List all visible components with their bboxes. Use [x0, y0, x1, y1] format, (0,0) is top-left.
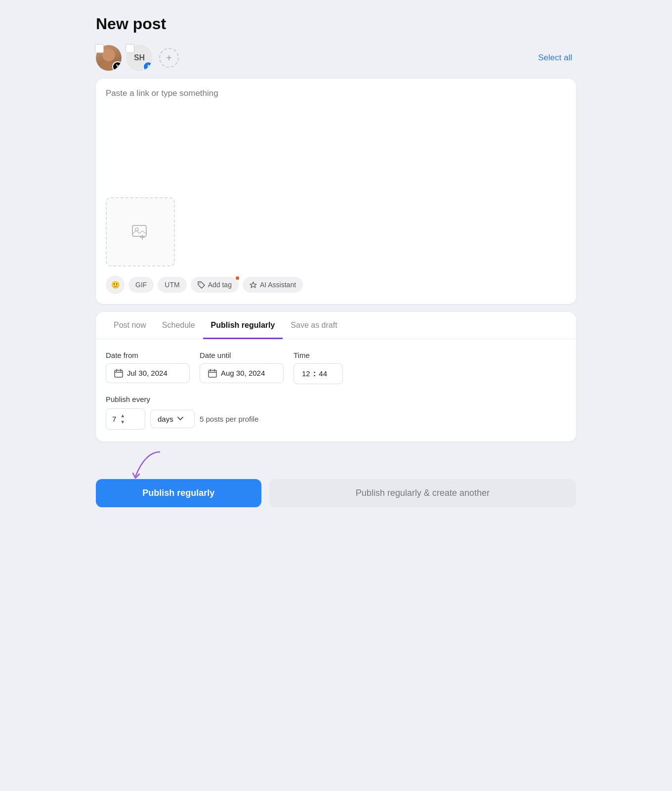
account-item-facebook[interactable]: SH f	[126, 45, 152, 71]
stepper-buttons: ▲ ▼	[120, 413, 125, 425]
tag-icon	[198, 281, 205, 289]
image-upload-icon	[131, 223, 149, 241]
svg-point-1	[102, 48, 115, 61]
publish-regularly-body: Date from Jul 30, 2024 Date until	[96, 339, 576, 441]
publish-tabs-row: Post now Schedule Publish regularly Save…	[96, 312, 576, 339]
account-checkbox-facebook[interactable]	[126, 44, 134, 53]
svg-point-6	[199, 283, 200, 284]
publish-options-card: Post now Schedule Publish regularly Save…	[96, 312, 576, 441]
media-upload-placeholder[interactable]	[106, 197, 175, 266]
tab-schedule[interactable]: Schedule	[154, 312, 203, 339]
add-account-button[interactable]: +	[159, 48, 179, 68]
content-textarea[interactable]	[106, 88, 566, 187]
time-minutes: 44	[319, 369, 327, 378]
date-from-label: Date from	[106, 351, 190, 359]
account-item-twitter[interactable]: 𝕏	[96, 45, 122, 71]
stepper-down-button[interactable]: ▼	[120, 419, 125, 425]
arrow-annotation-wrapper	[96, 449, 576, 479]
calendar-from-icon	[114, 369, 123, 378]
stepper-up-button[interactable]: ▲	[120, 413, 125, 419]
svg-rect-11	[209, 370, 216, 377]
facebook-badge: f	[143, 61, 152, 71]
chevron-down-icon	[177, 417, 183, 421]
editor-card: 🙂 GIF UTM Add tag	[96, 79, 576, 304]
page-title: New post	[96, 15, 576, 33]
time-field: Time 12 : 44	[294, 351, 343, 384]
ai-icon	[250, 281, 257, 289]
publish-every-section: Publish every 7 ▲ ▼ days	[106, 395, 566, 430]
editor-toolbar: 🙂 GIF UTM Add tag	[106, 275, 566, 294]
date-until-input[interactable]: Aug 30, 2024	[200, 363, 284, 383]
date-from-input[interactable]: Jul 30, 2024	[106, 363, 190, 383]
utm-label: UTM	[165, 281, 179, 289]
date-until-label: Date until	[200, 351, 284, 359]
emoji-button[interactable]: 🙂	[106, 275, 125, 294]
add-tag-wrapper: Add tag	[191, 277, 239, 293]
calendar-until-icon	[208, 369, 217, 378]
tab-post-now[interactable]: Post now	[106, 312, 154, 339]
ai-assistant-button[interactable]: AI Assistant	[243, 277, 303, 293]
publish-regularly-button[interactable]: Publish regularly	[96, 479, 261, 507]
account-checkbox-twitter[interactable]	[95, 44, 104, 53]
gif-button[interactable]: GIF	[128, 277, 154, 293]
time-hours: 12	[302, 369, 310, 378]
svg-rect-2	[132, 225, 146, 236]
interval-unit-select[interactable]: days	[150, 410, 195, 428]
time-separator: :	[313, 369, 316, 379]
date-from-field: Date from Jul 30, 2024	[106, 351, 190, 383]
tab-save-as-draft[interactable]: Save as draft	[283, 312, 345, 339]
date-until-field: Date until Aug 30, 2024	[200, 351, 284, 383]
twitter-badge: 𝕏	[112, 61, 122, 71]
add-tag-notification-dot	[235, 275, 240, 281]
arrow-annotation	[126, 449, 175, 484]
page-container: New post 𝕏 SH f	[84, 0, 588, 522]
account-row: 𝕏 SH f + Select all	[96, 45, 576, 71]
interval-value: 7	[112, 415, 116, 423]
interval-number-input[interactable]: 7 ▲ ▼	[106, 408, 145, 430]
tab-publish-regularly[interactable]: Publish regularly	[203, 312, 283, 339]
date-from-value: Jul 30, 2024	[127, 369, 168, 377]
utm-button[interactable]: UTM	[158, 277, 186, 293]
date-until-value: Aug 30, 2024	[221, 369, 265, 377]
publish-every-label: Publish every	[106, 395, 566, 403]
ai-assistant-label: AI Assistant	[260, 281, 296, 289]
date-fields-row: Date from Jul 30, 2024 Date until	[106, 351, 566, 384]
emoji-icon: 🙂	[111, 281, 120, 289]
interval-unit-value: days	[158, 415, 173, 423]
publish-every-controls: 7 ▲ ▼ days 5 posts per profile	[106, 408, 566, 430]
posts-per-profile-text: 5 posts per profile	[200, 415, 258, 423]
gif-label: GIF	[135, 281, 147, 289]
publish-regularly-create-another-button[interactable]: Publish regularly & create another	[269, 479, 576, 507]
time-input[interactable]: 12 : 44	[294, 363, 343, 384]
svg-rect-7	[115, 370, 123, 377]
select-all-button[interactable]: Select all	[534, 51, 576, 65]
add-tag-button[interactable]: Add tag	[191, 277, 239, 293]
add-tag-label: Add tag	[208, 281, 232, 289]
time-label: Time	[294, 351, 343, 359]
